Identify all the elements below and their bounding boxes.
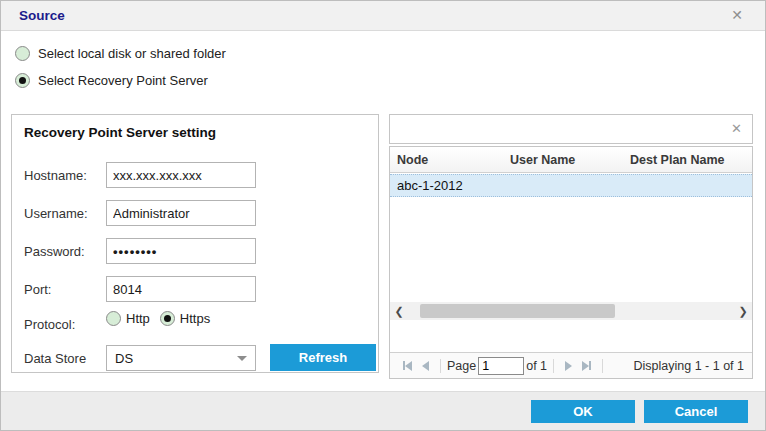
pagination-bar: Page of 1 Displaying 1 - 1 of 1 <box>390 352 752 378</box>
column-header-user-name[interactable]: User Name <box>503 153 623 167</box>
radio-local-disk-icon[interactable] <box>15 46 30 61</box>
page-number-input[interactable] <box>478 357 524 375</box>
scroll-right-icon[interactable]: ❯ <box>734 305 752 318</box>
ok-button[interactable]: OK <box>531 400 635 423</box>
next-page-icon[interactable] <box>565 361 572 371</box>
horizontal-scrollbar[interactable]: ❮ ❯ <box>390 302 752 320</box>
displaying-status: Displaying 1 - 1 of 1 <box>634 359 744 373</box>
dialog-titlebar: Source ✕ <box>1 1 765 31</box>
node-grid-panel: ✕ Node User Name Dest Plan Name abc-1-20… <box>389 114 753 379</box>
column-header-node[interactable]: Node <box>390 153 503 167</box>
port-input[interactable] <box>106 276 256 302</box>
page-label: Page <box>447 359 476 373</box>
grid-toolbar: ✕ <box>389 114 753 144</box>
protocol-http-radio-icon[interactable] <box>106 311 121 326</box>
pager-separator <box>553 359 554 373</box>
protocol-row: Protocol: Http Https <box>24 311 368 337</box>
pager-separator <box>440 359 441 373</box>
username-row: Username: <box>24 200 368 226</box>
radio-recovery-point-server-icon[interactable] <box>15 73 30 88</box>
datastore-select[interactable]: DS <box>106 345 256 371</box>
username-input[interactable] <box>106 200 256 226</box>
first-page-icon[interactable] <box>403 361 412 371</box>
protocol-https-radio[interactable]: Https <box>160 311 210 326</box>
scrollbar-track[interactable] <box>408 302 734 320</box>
radio-recovery-point-server-label: Select Recovery Point Server <box>38 73 208 88</box>
column-header-dest-plan-name[interactable]: Dest Plan Name <box>623 153 748 167</box>
grid-close-icon[interactable]: ✕ <box>731 122 742 136</box>
hostname-input[interactable] <box>106 162 256 188</box>
password-label: Password: <box>24 244 94 259</box>
scrollbar-thumb[interactable] <box>420 304 615 318</box>
node-grid: Node User Name Dest Plan Name abc-1-2012… <box>389 146 753 379</box>
username-label: Username: <box>24 206 94 221</box>
radio-local-disk-label: Select local disk or shared folder <box>38 46 226 61</box>
chevron-down-icon <box>237 356 247 361</box>
protocol-http-radio[interactable]: Http <box>106 311 150 326</box>
refresh-button[interactable]: Refresh <box>270 344 376 371</box>
dialog-title: Source <box>19 8 65 23</box>
hostname-label: Hostname: <box>24 168 94 183</box>
protocol-https-label: Https <box>180 311 210 326</box>
last-page-icon[interactable] <box>582 361 591 371</box>
scroll-left-icon[interactable]: ❮ <box>390 305 408 318</box>
rps-settings-panel: Recovery Point Server setting Hostname: … <box>11 114 379 373</box>
port-label: Port: <box>24 282 94 297</box>
port-row: Port: <box>24 276 368 302</box>
source-dialog: Source ✕ Select local disk or shared fol… <box>0 0 766 431</box>
password-row: Password: <box>24 238 368 264</box>
grid-header: Node User Name Dest Plan Name <box>390 147 752 173</box>
dialog-footer: OK Cancel <box>1 391 765 430</box>
table-row[interactable]: abc-1-2012 <box>390 174 752 197</box>
datastore-row: Data Store DS Refresh <box>24 345 368 371</box>
previous-page-icon[interactable] <box>422 361 429 371</box>
close-icon[interactable]: ✕ <box>731 8 743 22</box>
datastore-label: Data Store <box>24 351 94 366</box>
page-of-label: of 1 <box>526 359 547 373</box>
rps-panel-title: Recovery Point Server setting <box>24 125 216 140</box>
hostname-row: Hostname: <box>24 162 368 188</box>
protocol-http-label: Http <box>126 311 150 326</box>
password-input[interactable] <box>106 238 256 264</box>
datastore-selected-value: DS <box>115 351 237 366</box>
cancel-button[interactable]: Cancel <box>644 400 748 423</box>
radio-recovery-point-server[interactable]: Select Recovery Point Server <box>15 73 208 88</box>
protocol-label: Protocol: <box>24 317 94 332</box>
radio-local-disk[interactable]: Select local disk or shared folder <box>15 46 226 61</box>
pager-separator <box>602 359 603 373</box>
protocol-https-radio-icon[interactable] <box>160 311 175 326</box>
cell-node: abc-1-2012 <box>390 178 503 193</box>
